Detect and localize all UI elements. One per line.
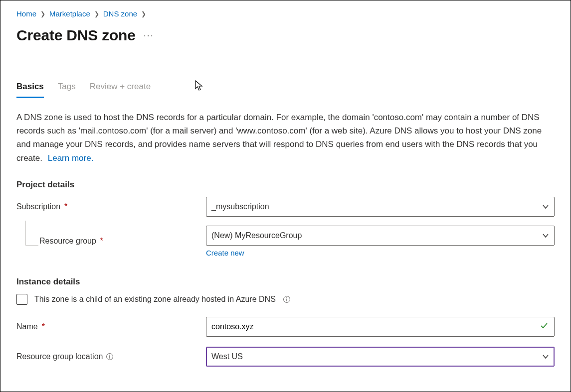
info-icon[interactable] bbox=[283, 295, 291, 303]
required-mark: * bbox=[64, 202, 67, 211]
svg-point-1 bbox=[286, 297, 287, 298]
description-text: A DNS zone is used to host the DNS recor… bbox=[16, 111, 550, 165]
child-zone-label: This zone is a child of an existing zone… bbox=[34, 295, 276, 304]
required-mark: * bbox=[42, 322, 45, 331]
tab-basics[interactable]: Basics bbox=[16, 82, 44, 98]
page-title: Create DNS zone bbox=[16, 27, 136, 44]
check-icon bbox=[539, 321, 549, 333]
svg-point-4 bbox=[110, 355, 111, 356]
name-label: Name bbox=[16, 322, 38, 331]
chevron-down-icon bbox=[542, 203, 549, 210]
child-zone-checkbox[interactable] bbox=[16, 294, 27, 305]
breadcrumb-dns-zone[interactable]: DNS zone bbox=[103, 9, 137, 18]
chevron-down-icon bbox=[542, 232, 549, 239]
breadcrumb: Home ❯ Marketplace ❯ DNS zone ❯ bbox=[16, 9, 555, 18]
required-mark: * bbox=[100, 237, 103, 246]
location-select-value: West US bbox=[211, 352, 243, 361]
instance-details-heading: Instance details bbox=[16, 277, 555, 287]
subscription-row: Subscription * _mysubscription bbox=[16, 197, 555, 217]
svg-rect-2 bbox=[286, 299, 287, 301]
resource-group-select[interactable]: (New) MyResourceGroup bbox=[206, 226, 555, 246]
name-input[interactable] bbox=[206, 317, 555, 337]
tab-review-create[interactable]: Review + create bbox=[90, 82, 151, 98]
subscription-label: Subscription bbox=[16, 202, 60, 211]
breadcrumb-marketplace[interactable]: Marketplace bbox=[49, 9, 90, 18]
chevron-right-icon: ❯ bbox=[141, 10, 146, 17]
breadcrumb-home[interactable]: Home bbox=[16, 9, 36, 18]
tab-strip: Basics Tags Review + create bbox=[16, 82, 555, 99]
more-actions-button[interactable]: ··· bbox=[144, 30, 154, 41]
name-input-field[interactable] bbox=[211, 322, 539, 331]
location-select[interactable]: West US bbox=[206, 347, 555, 367]
resource-group-row: Resource group * (New) MyResourceGroup C… bbox=[16, 226, 555, 257]
subscription-select-value: _mysubscription bbox=[211, 202, 269, 211]
info-icon[interactable] bbox=[106, 353, 114, 361]
name-row: Name * bbox=[16, 317, 555, 337]
chevron-right-icon: ❯ bbox=[94, 10, 99, 17]
indent-bracket-icon bbox=[18, 232, 39, 251]
location-label: Resource group location bbox=[16, 352, 103, 361]
chevron-down-icon bbox=[542, 353, 549, 360]
description-body: A DNS zone is used to host the DNS recor… bbox=[16, 113, 542, 163]
subscription-select[interactable]: _mysubscription bbox=[206, 197, 555, 217]
chevron-right-icon: ❯ bbox=[40, 10, 45, 17]
resource-group-select-value: (New) MyResourceGroup bbox=[211, 231, 302, 240]
tab-tags[interactable]: Tags bbox=[58, 82, 76, 98]
child-zone-row: This zone is a child of an existing zone… bbox=[16, 294, 555, 305]
resource-group-label: Resource group bbox=[39, 237, 96, 246]
project-details-heading: Project details bbox=[16, 180, 555, 190]
create-new-link[interactable]: Create new bbox=[206, 249, 244, 257]
learn-more-link[interactable]: Learn more. bbox=[48, 153, 94, 163]
location-row: Resource group location West US bbox=[16, 347, 555, 367]
svg-rect-5 bbox=[110, 356, 110, 359]
